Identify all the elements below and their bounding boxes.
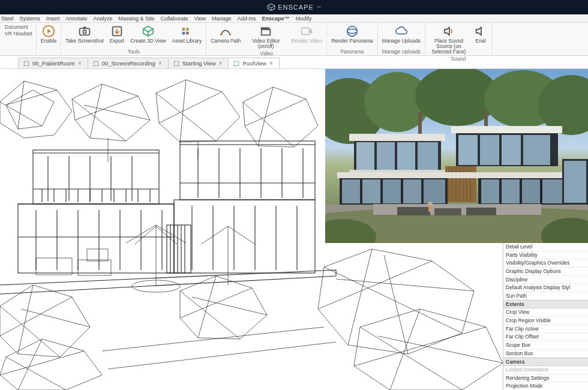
- svg-point-20: [347, 26, 358, 37]
- render-panorama-button[interactable]: Render Panorama: [329, 24, 374, 44]
- camera-path-label: Camera Path: [211, 38, 241, 44]
- tab-startingview[interactable]: Starting View ×: [168, 58, 229, 68]
- svg-line-99: [0, 306, 60, 357]
- svg-rect-173: [564, 161, 586, 203]
- prop-row[interactable]: Sun Path: [503, 292, 588, 301]
- svg-line-114: [180, 291, 240, 339]
- menu-modify[interactable]: Modify: [296, 16, 312, 22]
- ribbon-vr-headset[interactable]: VR Headset: [4, 31, 34, 37]
- render-panorama-label: Render Panorama: [331, 38, 373, 44]
- create-3d-view-button[interactable]: Create 3D View: [128, 24, 167, 44]
- menu-view[interactable]: View: [194, 16, 206, 22]
- svg-line-130: [108, 342, 336, 369]
- svg-rect-152: [445, 166, 476, 202]
- svg-line-120: [348, 249, 372, 345]
- prop-row[interactable]: Default Analysis Display Styl: [503, 284, 588, 292]
- path-icon: [219, 25, 232, 38]
- menu-steel[interactable]: Steel: [1, 16, 14, 22]
- close-icon[interactable]: ×: [158, 60, 162, 67]
- enable-sound-button[interactable]: Enal: [472, 24, 489, 44]
- asset-library-label: Asset Library: [172, 38, 202, 44]
- svg-line-43: [243, 102, 294, 147]
- prop-row[interactable]: Crop View: [503, 308, 588, 317]
- svg-rect-112: [87, 249, 108, 261]
- cloud-icon: [395, 25, 408, 38]
- prop-row[interactable]: Graphic Display Options: [503, 268, 588, 276]
- menu-manage[interactable]: Manage: [212, 16, 232, 22]
- menu-massing-site[interactable]: Massing & Site: [119, 16, 155, 22]
- prop-row[interactable]: Projection Mode: [503, 382, 588, 390]
- prop-row[interactable]: Rendering Settings: [503, 374, 588, 383]
- tab-screenrecording[interactable]: 00_ScreenRecording ×: [88, 58, 169, 68]
- manage-uploads-button[interactable]: Manage Uploads: [380, 24, 422, 44]
- svg-rect-12: [182, 32, 185, 35]
- menu-analyze[interactable]: Analyze: [94, 16, 113, 22]
- enable-button[interactable]: Enable: [39, 24, 58, 44]
- svg-rect-150: [502, 135, 521, 165]
- brand-trademark: ™: [317, 5, 321, 10]
- prop-section-header[interactable]: Extents: [503, 300, 588, 308]
- close-icon[interactable]: ×: [269, 60, 273, 67]
- take-screenshot-button[interactable]: Take Screenshot: [64, 24, 105, 44]
- prop-row[interactable]: Scope Box: [503, 341, 588, 350]
- prop-row[interactable]: Visibility/Graphics Overrides: [503, 259, 588, 268]
- tab-patientroom[interactable]: 00_PatientRoom ×: [18, 58, 88, 68]
- prop-row[interactable]: Discipline: [503, 276, 588, 284]
- enable-label: Enable: [41, 38, 56, 44]
- prop-row[interactable]: Section Box: [503, 350, 588, 358]
- svg-rect-24: [24, 61, 29, 66]
- camera-path-button[interactable]: Camera Path: [209, 24, 242, 44]
- close-icon[interactable]: ×: [78, 60, 82, 67]
- svg-rect-48: [18, 204, 174, 273]
- render-video-icon: [300, 25, 313, 38]
- prop-row[interactable]: Crop Region Visible: [503, 317, 588, 325]
- svg-rect-151: [523, 135, 550, 165]
- camera-icon: [78, 25, 91, 38]
- svg-rect-27: [235, 61, 239, 66]
- prop-row[interactable]: Detail Level: [503, 243, 588, 251]
- view-icon: [23, 61, 29, 67]
- render-preview[interactable]: [325, 69, 588, 243]
- place-sound-source-button[interactable]: Place Sound Source (on Selected Face): [428, 24, 470, 55]
- prop-row[interactable]: Far Clip Offset: [503, 333, 588, 341]
- tab-patientroom-label: 00_PatientRoom: [32, 60, 75, 67]
- export-icon: [110, 25, 124, 38]
- svg-line-121: [318, 261, 432, 309]
- video-editor-button[interactable]: Video Editor (on/off): [245, 24, 287, 50]
- svg-line-37: [84, 105, 150, 120]
- svg-rect-26: [174, 61, 179, 66]
- menu-collaborate[interactable]: Collaborate: [161, 16, 188, 22]
- menu-insert[interactable]: Insert: [46, 16, 60, 22]
- prop-row[interactable]: Parts Visibility: [503, 251, 588, 260]
- svg-rect-181: [428, 206, 432, 212]
- menu-annotate[interactable]: Annotate: [66, 16, 88, 22]
- ribbon-group-title-tools: Tools: [128, 48, 140, 55]
- tab-poolview[interactable]: PoolView ×: [228, 58, 279, 68]
- menu-enscape[interactable]: Enscape™: [262, 16, 290, 22]
- svg-point-14: [220, 34, 223, 36]
- close-icon[interactable]: ×: [219, 60, 223, 67]
- cube-icon: [142, 25, 155, 38]
- asset-library-button[interactable]: Asset Library: [170, 24, 204, 44]
- svg-marker-124: [354, 309, 503, 390]
- ribbon-document[interactable]: Document: [4, 24, 34, 30]
- prop-row[interactable]: Far Clip Active: [503, 325, 588, 334]
- menu-systems[interactable]: Systems: [20, 16, 41, 22]
- properties-panel: Detail LevelParts VisibilityVisibility/G…: [503, 243, 588, 390]
- export-label: Export: [110, 38, 125, 44]
- prop-section-header[interactable]: Camera: [503, 358, 588, 366]
- svg-line-32: [6, 90, 57, 105]
- svg-line-105: [18, 339, 42, 390]
- export-button[interactable]: Export: [108, 24, 127, 44]
- play-icon: [42, 25, 55, 38]
- ribbon: Document VR Headset Enable Take Screensh…: [0, 23, 588, 56]
- tab-poolview-label: PoolView: [242, 60, 266, 67]
- svg-rect-169: [502, 179, 520, 203]
- svg-rect-142: [377, 142, 395, 170]
- take-screenshot-label: Take Screenshot: [65, 38, 103, 44]
- svg-rect-179: [466, 208, 496, 215]
- menu-addins[interactable]: Add-Ins: [238, 16, 256, 22]
- svg-line-44: [258, 87, 273, 146]
- tab-screenrecording-label: 00_ScreenRecording: [102, 60, 155, 67]
- svg-rect-162: [342, 179, 360, 203]
